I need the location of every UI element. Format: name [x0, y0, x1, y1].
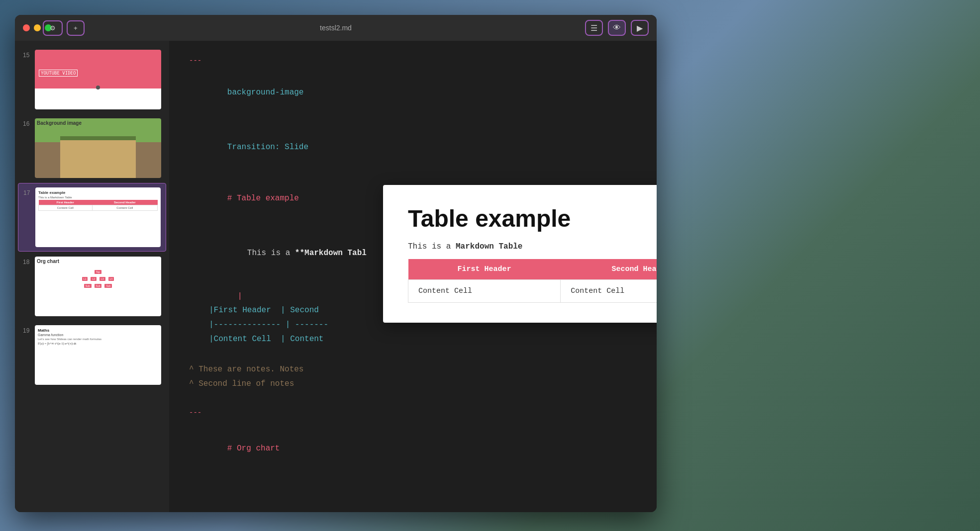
preview-subtitle: This is a Markdown Table	[408, 242, 657, 251]
preview-table-cell-1-1: Content Cell	[408, 280, 561, 303]
slide-label-18: Org chart	[37, 259, 59, 264]
preview-table-header-2: Second Header	[561, 259, 657, 280]
org-box-b3: Sub	[104, 284, 112, 288]
preview-title: Table example	[408, 205, 657, 232]
preview-table-header-1: First Header	[408, 259, 561, 280]
slide-item-19[interactable]: 19 Maths Gamma function Let's see how Sl…	[18, 321, 166, 389]
editor-separator-1: ---	[189, 55, 637, 67]
thumb-19-title: Maths	[38, 328, 158, 333]
comment-text: background-image	[227, 88, 304, 97]
thumb-19-body: Let's see how Slideas can render math fo…	[38, 338, 158, 341]
editor-spacer-1	[189, 114, 637, 126]
thumb-table-cell-2: Content Cell	[92, 205, 157, 211]
preview-table-header-row: First Header Second Header	[408, 259, 657, 280]
thumb-17-title: Table example	[38, 190, 158, 195]
editor-spacer-6	[189, 424, 637, 428]
slide-label-16: Background image	[37, 120, 82, 126]
menu-button[interactable]: ☰	[585, 20, 603, 36]
org-heading-text: # Org chart	[227, 444, 280, 453]
transition-text: Transition: Slide	[227, 143, 308, 152]
slide-number-16: 16	[23, 120, 35, 178]
thumb-table: First Header Second Header Content Cell …	[38, 200, 158, 211]
toolbar-left: ⚙ +	[43, 20, 85, 36]
org-box-b1: Sub	[84, 284, 92, 288]
editor-transition: Transition: Slide	[189, 126, 637, 169]
house-shape	[60, 136, 136, 178]
editor-background-comment: background-image	[189, 71, 637, 114]
slide-thumbnail-19: Maths Gamma function Let's see how Slide…	[35, 325, 161, 385]
slide-number-19: 19	[23, 327, 35, 385]
window-title: testsl2.md	[320, 24, 352, 32]
editor-note-1: ^ These are notes. Notes	[189, 362, 637, 377]
play-dot	[96, 86, 100, 89]
org-box-top: Top	[95, 270, 101, 274]
slide-thumbnail-16: Background image	[35, 118, 161, 178]
app-window: ⚙ + testsl2.md ☰ 👁 ▶ 15	[15, 15, 657, 512]
table-desc-bold: **Markdown Tabl	[295, 249, 367, 258]
slide-item-15[interactable]: 15 YOUTUBE VIDEO	[18, 46, 166, 113]
editor-spacer-4	[189, 347, 637, 362]
preview-table: First Header Second Header Content Cell …	[408, 259, 657, 303]
close-button[interactable]	[23, 24, 30, 31]
slide-thumbnail-17: Table example This is a Markdown Table F…	[35, 187, 161, 247]
sidebar[interactable]: 15 YOUTUBE VIDEO 16 Background image 17 …	[15, 41, 169, 512]
settings-button[interactable]: ⚙	[43, 20, 63, 36]
thumb-19-subtitle: Gamma function	[38, 333, 158, 337]
thumb-19-formula: Γ(z) = ∫₀^∞ t^(z-1) e^(-t) dt	[38, 342, 158, 346]
subtitle-bold: Markdown Table	[456, 242, 522, 251]
play-button[interactable]: ▶	[631, 20, 649, 36]
subtitle-prefix: This is a	[408, 242, 456, 251]
slide-number-15: 15	[23, 52, 35, 109]
menu-icon: ☰	[590, 23, 597, 33]
org-box-b2: Sub	[95, 284, 102, 288]
slide-item-16[interactable]: 16 Background image	[18, 114, 166, 182]
main-area: 15 YOUTUBE VIDEO 16 Background image 17 …	[15, 41, 657, 512]
preview-table-cell-1-2: Content Cell	[561, 280, 657, 303]
add-button[interactable]: +	[67, 20, 85, 36]
editor-spacer-5	[189, 391, 637, 403]
thumb-table-header-1: First Header	[39, 200, 93, 205]
slide-number-18: 18	[23, 259, 35, 316]
preview-overlay: Table example This is a Markdown Table F…	[383, 185, 657, 323]
slide-item-18[interactable]: 18 Org chart Top L1 L2 L3 L4	[18, 253, 166, 320]
gear-icon: ⚙	[50, 24, 56, 32]
minimize-button[interactable]	[34, 24, 41, 31]
preview-table-row-1: Content Cell Content Cell	[408, 280, 657, 303]
play-icon: ▶	[637, 23, 643, 33]
slide-thumbnail-18: Org chart Top L1 L2 L3 L4 Sub	[35, 257, 161, 316]
org-box-l2: L2	[91, 277, 97, 281]
editor-separator-2: ---	[189, 407, 637, 419]
toolbar-right: ☰ 👁 ▶	[585, 20, 649, 36]
editor-note-2: ^ Second line of notes	[189, 377, 637, 391]
org-box-l1: L1	[82, 277, 88, 281]
plus-icon: +	[74, 24, 78, 32]
eye-icon: 👁	[613, 23, 621, 32]
editor-table-row2: |Content Cell | Content	[209, 332, 637, 347]
slide-item-17[interactable]: 17 Table example This is a Markdown Tabl…	[18, 183, 166, 252]
thumb-table-header-2: Second Header	[92, 200, 157, 205]
thumb-17-desc: This is a Markdown Table	[38, 196, 158, 199]
org-box-l4: L4	[108, 277, 114, 281]
thumb-table-cell-1: Content Cell	[39, 205, 93, 211]
title-bar: ⚙ + testsl2.md ☰ 👁 ▶	[15, 15, 657, 41]
table-desc-text: This is a	[247, 249, 295, 258]
editor-heading-2: # Org chart	[189, 428, 637, 470]
editor-area[interactable]: --- background-image Transition: Slide #…	[169, 41, 657, 512]
preview-button[interactable]: 👁	[608, 20, 626, 36]
org-chart-mini: Top L1 L2 L3 L4 Sub Sub Sub	[38, 269, 158, 288]
slide-number-17: 17	[23, 189, 35, 247]
heading-text: # Table example	[227, 194, 299, 203]
org-box-l3: L3	[99, 277, 105, 281]
slide-thumbnail-15: YOUTUBE VIDEO	[35, 50, 161, 109]
youtube-label: YOUTUBE VIDEO	[39, 70, 78, 77]
editor-spacer-2	[189, 169, 637, 177]
